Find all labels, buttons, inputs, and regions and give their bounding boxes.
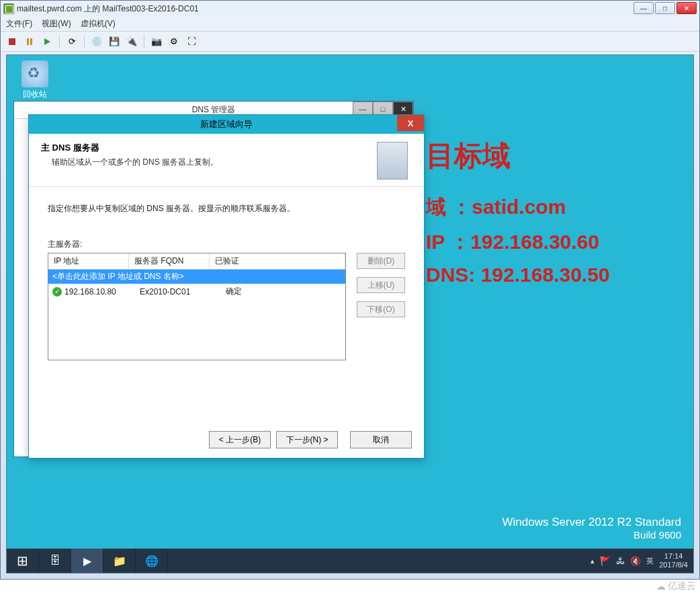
outer-maximize-button[interactable]: □ [655,2,675,14]
wizard-header: 主 DNS 服务器 辅助区域从一个或多个的 DNS 服务器上复制。 [29,134,424,187]
server-manager-taskbar[interactable]: 🗄 [39,549,71,573]
watermark-text: 亿速云 [668,580,696,592]
table-row[interactable]: ✓ 192.168.10.80 Ex2010-DC01 确定 [48,284,345,299]
os-brand-name: Windows Server 2012 R2 Standard [502,516,681,529]
row-validated: 确定 [220,286,341,297]
dns-manager-taskbar[interactable]: 🌐 [136,549,168,573]
start-icon: ⊞ [17,553,28,569]
move-down-button[interactable]: 下移(O) [357,301,405,317]
recycle-bin-label: 回收站 [21,89,48,100]
taskbar[interactable]: ⊞ 🗄 ▶ 📁 🌐 ▴ 🚩 🖧 🔇 英 17:14 2017/8/4 [7,549,693,573]
vsphere-icon [3,3,14,14]
col-ip[interactable]: IP 地址 [48,253,129,269]
add-server-input[interactable]: <单击此处添加 IP 地址或 DNS 名称> [48,270,345,284]
menu-file[interactable]: 文件(F) [6,18,32,30]
back-button[interactable]: < 上一步(B) [209,431,271,448]
menu-view[interactable]: 视图(W) [42,18,71,30]
vm-pause-button[interactable] [22,34,37,49]
tray-time: 17:14 [659,552,688,561]
powershell-taskbar[interactable]: ▶ [71,549,103,573]
vm-fullscreen-button[interactable]: ⛶ [184,34,199,49]
annotation-dns: DNS: 192.168.30.50 [426,264,610,286]
start-button[interactable]: ⊞ [7,549,39,573]
tray-ime[interactable]: 英 [646,556,654,566]
wizard-body: 指定你想要从中复制区域的 DNS 服务器。按显示的顺序联系服务器。 主服务器: … [29,187,424,367]
master-servers-table[interactable]: IP 地址 服务器 FQDN 已验证 <单击此处添加 IP 地址或 DNS 名称… [48,253,346,360]
vm-snapshot-button[interactable]: 📷 [149,34,164,49]
vm-play-button[interactable] [40,34,54,49]
wizard-header-title: 主 DNS 服务器 [41,142,377,154]
os-brand: Windows Server 2012 R2 Standard Build 96… [502,516,681,541]
recycle-bin-icon [21,61,48,87]
explorer-taskbar[interactable]: 📁 [103,549,136,573]
menu-vm[interactable]: 虚拟机(V) [81,18,116,30]
server-graphic-icon [377,142,408,180]
tray-clock[interactable]: 17:14 2017/8/4 [659,552,688,569]
move-up-button[interactable]: 上移(U) [357,277,405,293]
stop-icon [9,38,15,45]
vm-stop-button[interactable] [5,34,19,49]
wizard-close-button[interactable]: X [397,115,424,131]
vm-refresh-button[interactable]: ⟳ [64,34,79,49]
wizard-instruction: 指定你想要从中复制区域的 DNS 服务器。按显示的顺序联系服务器。 [48,203,405,214]
annotation-domain: 域 ：satid.com [426,194,566,221]
annotation-title: 目标域 [426,137,511,175]
outer-menubar: 文件(F) 视图(W) 虚拟机(V) [1,17,699,32]
row-fqdn: Ex2010-DC01 [140,287,220,296]
pause-icon [27,38,32,45]
play-icon [44,38,50,45]
tray-date: 2017/8/4 [659,561,688,569]
master-servers-label: 主服务器: [48,239,405,250]
tray-up-icon[interactable]: ▴ [590,557,595,565]
delete-button[interactable]: 删除(D) [357,253,405,269]
tray-network-icon[interactable]: 🖧 [616,556,625,566]
vm-viewport[interactable]: 回收站 DNS 管理器 — □ ✕ 新建区域向导 X 主 DNS 服务器 [6,54,694,573]
new-zone-wizard-dialog: 新建区域向导 X 主 DNS 服务器 辅助区域从一个或多个的 DNS 服务器上复… [28,114,425,459]
outer-toolbar: ⟳ 💿 💾 🔌 📷 ⚙ ⛶ [1,32,699,52]
tray-flag-icon[interactable]: 🚩 [600,556,611,566]
wizard-title: 新建区域向导 [200,118,253,130]
vmware-console-window: mailtest.pwrd.com 上的 MailTest003-Ex2016-… [0,0,700,580]
wizard-titlebar[interactable]: 新建区域向导 X [29,115,424,134]
system-tray[interactable]: ▴ 🚩 🖧 🔇 英 17:14 2017/8/4 [585,549,693,573]
row-ip: 192.168.10.80 [64,287,140,296]
vm-cdrom-button[interactable]: 💿 [89,34,104,49]
vm-network-button[interactable]: 🔌 [124,34,139,49]
col-validated[interactable]: 已验证 [210,253,345,269]
check-icon: ✓ [52,287,62,296]
table-header: IP 地址 服务器 FQDN 已验证 [48,253,345,270]
vm-floppy-button[interactable]: 💾 [107,34,122,49]
wizard-footer: < 上一步(B) 下一步(N) > 取消 [209,431,412,448]
tray-volume-icon[interactable]: 🔇 [630,556,641,566]
vm-settings-button[interactable]: ⚙ [167,34,181,49]
wizard-header-sub: 辅助区域从一个或多个的 DNS 服务器上复制。 [41,157,377,168]
os-build: Build 9600 [502,529,681,541]
watermark: ☁ 亿速云 [656,580,696,592]
col-fqdn[interactable]: 服务器 FQDN [129,253,210,269]
outer-close-button[interactable]: ✕ [676,2,697,14]
next-button[interactable]: 下一步(N) > [276,431,338,448]
outer-window-title: mailtest.pwrd.com 上的 MailTest003-Ex2016-… [17,3,199,15]
outer-minimize-button[interactable]: — [633,2,654,14]
outer-titlebar[interactable]: mailtest.pwrd.com 上的 MailTest003-Ex2016-… [1,1,699,17]
recycle-bin[interactable]: 回收站 [21,61,48,100]
cancel-button[interactable]: 取消 [350,431,412,448]
annotation-ip: IP ：192.168.30.60 [426,229,599,256]
cloud-icon: ☁ [656,581,666,592]
